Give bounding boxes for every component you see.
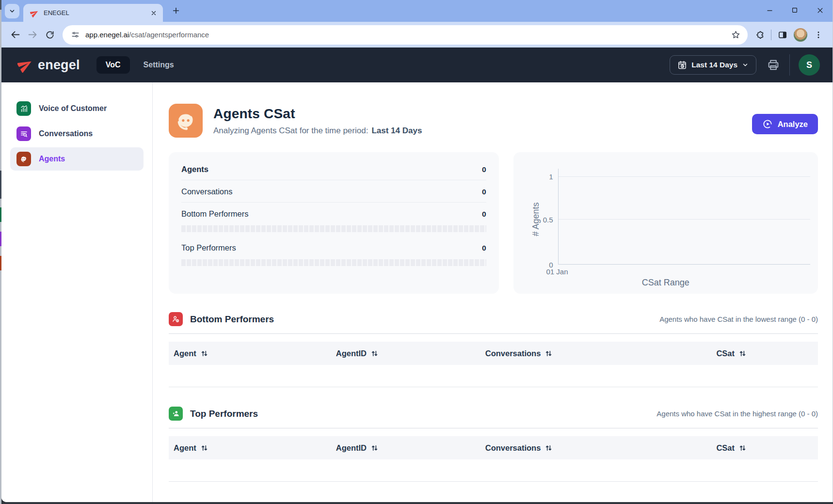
column-header-conversations[interactable]: Conversations (481, 349, 649, 358)
page-subtitle: Analyzing Agents CSat for the time perio… (213, 126, 422, 136)
back-button[interactable] (6, 26, 24, 44)
bookmark-star-icon[interactable] (728, 28, 743, 42)
browser-menu-icon[interactable] (810, 27, 827, 43)
side-panel-icon[interactable] (774, 27, 791, 43)
tab-close-icon[interactable] (148, 8, 159, 18)
browser-profile-avatar[interactable] (794, 28, 807, 42)
site-info-icon[interactable] (69, 29, 81, 41)
new-tab-button[interactable] (169, 3, 183, 18)
segmented-progress-bar (181, 259, 486, 266)
url-text[interactable]: app.enegel.ai/csat/agentsperformance (85, 31, 728, 39)
toolbar-divider (771, 30, 771, 40)
column-label: Conversations (485, 443, 541, 453)
y-tick: 1 (534, 173, 553, 181)
column-header-conversations[interactable]: Conversations (481, 443, 649, 453)
stat-row-agents: Agents 0 (181, 158, 486, 180)
stat-row-top-performers: Top Performers 0 (181, 236, 486, 258)
date-range-button[interactable]: Last 14 Days (670, 55, 756, 75)
tab-strip: ENEGEL (1, 0, 833, 22)
sort-icon (371, 444, 378, 452)
column-header-agentid[interactable]: AgentID (331, 349, 481, 358)
column-label: Agent (174, 443, 196, 453)
enegel-logo-icon (17, 57, 33, 73)
stat-label: Bottom Performers (181, 209, 248, 219)
table-header: Agent AgentID Conversations CSat (169, 342, 818, 365)
main-content: Agents CSat Analyzing Agents CSat for th… (153, 82, 833, 502)
column-label: AgentID (336, 349, 367, 358)
x-axis-label: CSat Range (513, 278, 818, 288)
stat-row-bottom-performers: Bottom Performers 0 (181, 203, 486, 224)
stat-value: 0 (482, 244, 486, 252)
enegel-favicon (30, 9, 39, 17)
page-titles: Agents CSat Analyzing Agents CSat for th… (213, 104, 422, 136)
voice-of-customer-icon (16, 101, 31, 116)
column-header-csat[interactable]: CSat (649, 349, 818, 358)
sort-icon (739, 444, 746, 452)
minimize-button[interactable] (757, 0, 782, 20)
nav-tab-voc[interactable]: VoC (96, 56, 130, 74)
forward-button[interactable] (24, 26, 41, 44)
extensions-icon[interactable] (752, 27, 768, 43)
subtitle-period: Last 14 Days (371, 126, 422, 135)
sidebar-item-agents[interactable]: Agents (10, 147, 144, 171)
browser-toolbar: app.enegel.ai/csat/agentsperformance (1, 22, 833, 47)
sidebar-item-conversations[interactable]: Conversations (10, 122, 144, 145)
sort-icon (545, 350, 552, 357)
agents-icon (16, 152, 31, 166)
stat-value: 0 (482, 210, 486, 219)
column-header-agent[interactable]: Agent (169, 349, 331, 358)
person-down-icon (169, 312, 183, 326)
browser-tab[interactable]: ENEGEL (23, 4, 163, 22)
url-bar[interactable]: app.enegel.ai/csat/agentsperformance (63, 25, 748, 45)
sidebar-item-label: Agents (39, 155, 65, 163)
nav-tab-settings[interactable]: Settings (144, 61, 174, 69)
summary-cards: Agents 0 Conversations 0 Bottom Performe… (169, 152, 818, 294)
divider (169, 333, 818, 334)
tab-search-button[interactable] (5, 4, 19, 18)
column-header-agentid[interactable]: AgentID (331, 443, 481, 453)
bottom-performers-section: Bottom Performers Agents who have CSat i… (169, 312, 818, 387)
sort-icon (545, 444, 552, 452)
brand[interactable]: enegel (17, 57, 80, 73)
stat-value: 0 (482, 165, 486, 174)
maximize-button[interactable] (782, 0, 807, 20)
brand-name: enegel (38, 58, 80, 73)
sidebar-item-label: Voice of Customer (39, 104, 107, 113)
column-header-agent[interactable]: Agent (169, 443, 331, 453)
column-label: Conversations (485, 349, 541, 358)
close-window-button[interactable] (807, 0, 833, 20)
column-label: CSat (716, 349, 735, 358)
stat-label: Agents (181, 165, 208, 174)
app-body: Voice of Customer Conversations Agents (1, 82, 833, 502)
gridline (559, 219, 811, 220)
stat-value: 0 (482, 188, 486, 196)
sort-icon (201, 350, 208, 357)
window-bottom-edge (1, 502, 833, 504)
gridline (559, 176, 811, 177)
table-empty-row (169, 365, 818, 387)
section-title: Top Performers (190, 409, 258, 419)
column-header-csat[interactable]: CSat (649, 443, 818, 453)
csat-range-chart: # Agents 1 0.5 0 01 Jan CSat Range (513, 152, 818, 294)
refresh-button[interactable] (41, 26, 59, 44)
sidebar-item-voice-of-customer[interactable]: Voice of Customer (10, 97, 144, 120)
analyze-label: Analyze (778, 120, 808, 129)
chevron-down-icon (742, 62, 749, 68)
stat-label: Top Performers (181, 243, 236, 252)
sort-icon (201, 444, 208, 452)
header-divider (789, 54, 790, 76)
subtitle-text: Analyzing Agents CSat for the time perio… (213, 126, 368, 135)
section-title: Bottom Performers (190, 314, 274, 325)
sidebar-item-label: Conversations (39, 129, 93, 138)
calendar-clock-icon (677, 60, 687, 70)
sort-icon (739, 350, 746, 357)
window-controls (757, 0, 833, 20)
stat-row-conversations: Conversations 0 (181, 180, 486, 202)
analyze-button[interactable]: Analyze (752, 114, 818, 134)
print-button[interactable] (765, 57, 782, 73)
stat-label: Conversations (181, 187, 232, 196)
user-avatar[interactable]: S (799, 54, 820, 76)
top-performers-section: Top Performers Agents who have CSat in t… (169, 407, 818, 482)
stats-card: Agents 0 Conversations 0 Bottom Performe… (169, 152, 499, 294)
sort-icon (371, 350, 378, 357)
